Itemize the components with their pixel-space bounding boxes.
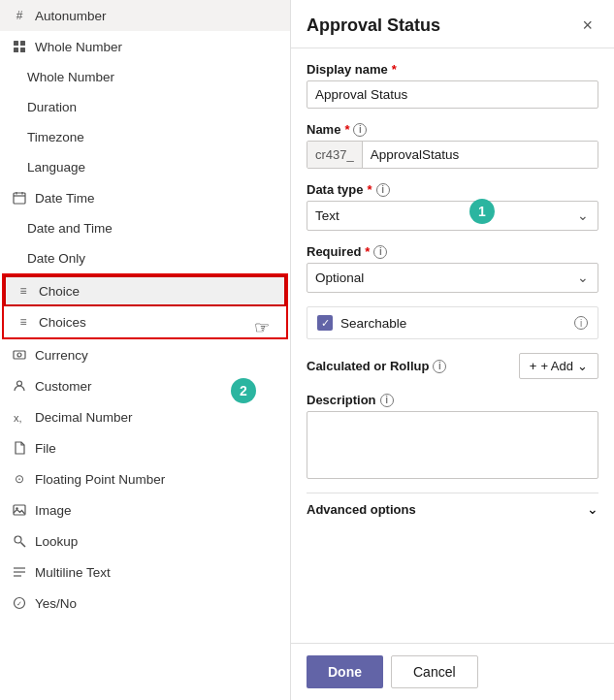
sidebar-item-language[interactable]: Language	[0, 152, 290, 182]
decimal-icon: x,	[12, 409, 27, 425]
advanced-options-row[interactable]: Advanced options ⌄	[307, 493, 598, 525]
footer: Done Cancel	[291, 643, 614, 700]
list-icon-2: ≡	[16, 314, 31, 330]
sidebar-item-file[interactable]: File	[0, 432, 290, 463]
svg-rect-2	[14, 48, 18, 52]
list-icon: ≡	[16, 283, 31, 299]
required-info-icon[interactable]: i	[373, 245, 387, 259]
display-name-group: Display name *	[307, 62, 598, 109]
searchable-checkbox[interactable]: ✓	[317, 315, 333, 331]
svg-rect-1	[20, 41, 25, 46]
svg-point-10	[17, 381, 22, 386]
close-button[interactable]: ×	[576, 14, 598, 38]
done-button[interactable]: Done	[307, 655, 383, 688]
sidebar-item-date-and-time[interactable]: Date and Time	[0, 213, 290, 243]
required-star-2: *	[344, 122, 349, 137]
advanced-label: Advanced options	[307, 502, 416, 517]
svg-line-15	[21, 543, 26, 548]
required-star-4: *	[365, 244, 370, 259]
plus-icon: +	[530, 359, 537, 373]
calendar-icon	[12, 190, 27, 206]
sidebar-item-multiline[interactable]: Multiline Text	[0, 557, 290, 588]
display-name-input[interactable]	[307, 80, 598, 109]
sidebar-item-autonumber[interactable]: # Autonumber	[0, 0, 290, 31]
svg-rect-0	[14, 41, 18, 46]
sidebar-item-datetime-header[interactable]: Date Time	[0, 182, 290, 213]
yesno-icon: ✓	[12, 595, 27, 611]
image-icon	[12, 502, 27, 518]
required-star-1: *	[392, 62, 397, 77]
svg-rect-3	[20, 48, 25, 52]
currency-icon	[12, 347, 27, 363]
searchable-row: ✓ Searchable i	[307, 306, 598, 339]
person-icon	[12, 378, 27, 394]
required-select-wrapper: Optional Required	[307, 263, 598, 293]
cancel-button[interactable]: Cancel	[391, 655, 478, 688]
name-group: Name * i cr437_	[307, 122, 598, 169]
name-input[interactable]	[363, 142, 598, 168]
badge-2: 2	[231, 378, 256, 403]
file-icon	[12, 440, 27, 456]
chevron-down-icon: ⌄	[577, 359, 588, 373]
name-input-group: cr437_	[307, 141, 598, 169]
sidebar-item-choices[interactable]: ≡ Choices	[4, 306, 286, 337]
choice-group: ≡ Choice ≡ Choices	[2, 273, 288, 339]
sidebar-item-timezone[interactable]: Timezone	[0, 122, 290, 152]
description-group: Description i	[307, 393, 598, 479]
name-prefix: cr437_	[307, 142, 363, 168]
required-group: Required * i Optional Required	[307, 244, 598, 293]
advanced-chevron-icon: ⌄	[587, 501, 598, 517]
left-panel: # Autonumber Whole Number Whole Number D…	[0, 0, 291, 700]
badge-1: 1	[469, 199, 495, 224]
sidebar-item-date-only[interactable]: Date Only	[0, 243, 290, 273]
svg-rect-12	[14, 505, 25, 515]
svg-point-9	[17, 353, 21, 357]
svg-text:✓: ✓	[16, 600, 22, 607]
data-type-select[interactable]: Text	[307, 201, 598, 231]
searchable-info-icon[interactable]: i	[574, 316, 588, 330]
float-icon: ⊙	[12, 471, 27, 487]
required-star-3: *	[368, 182, 372, 197]
calc-label: Calculated or Rollup i	[307, 359, 446, 373]
name-label: Name * i	[307, 122, 598, 137]
lookup-icon	[12, 533, 27, 549]
svg-text:x,: x,	[14, 412, 22, 424]
sidebar-item-whole-number-sub[interactable]: Whole Number	[0, 62, 290, 92]
sidebar-item-choice[interactable]: ≡ Choice	[4, 275, 286, 306]
multiline-icon	[12, 564, 27, 580]
grid-icon	[12, 39, 27, 54]
required-label: Required * i	[307, 244, 598, 259]
description-label: Description i	[307, 393, 598, 407]
svg-point-14	[15, 536, 21, 543]
description-textarea[interactable]	[307, 411, 598, 479]
panel-header: Approval Status ×	[291, 0, 614, 48]
calc-row: Calculated or Rollup i + + Add ⌄	[307, 353, 598, 379]
sidebar-item-yesno[interactable]: ✓ Yes/No	[0, 588, 290, 619]
panel-title: Approval Status	[307, 16, 440, 36]
add-button[interactable]: + + Add ⌄	[519, 353, 598, 379]
datatype-info-icon[interactable]: i	[376, 183, 390, 197]
data-type-select-wrapper: Text	[307, 201, 598, 231]
sidebar-item-image[interactable]: Image	[0, 494, 290, 525]
sidebar-item-decimal[interactable]: x, Decimal Number	[0, 401, 290, 432]
svg-rect-8	[14, 351, 25, 359]
sidebar-item-duration[interactable]: Duration	[0, 92, 290, 122]
form-body: Display name * Name * i cr437_ Data type…	[291, 48, 614, 643]
svg-rect-4	[14, 193, 25, 204]
searchable-label: Searchable	[340, 316, 566, 331]
data-type-group: Data type * i Text	[307, 182, 598, 231]
display-name-label: Display name *	[307, 62, 598, 77]
data-type-label: Data type * i	[307, 182, 598, 197]
autonumber-icon: #	[12, 8, 27, 23]
required-select[interactable]: Optional Required	[307, 263, 598, 293]
sidebar-item-currency[interactable]: Currency	[0, 339, 290, 370]
sidebar-item-lookup[interactable]: Lookup	[0, 525, 290, 557]
sidebar-item-floating-point[interactable]: ⊙ Floating Point Number	[0, 463, 290, 494]
desc-info-icon[interactable]: i	[380, 394, 394, 407]
right-panel: Approval Status × Display name * Name * …	[291, 0, 614, 700]
calc-info-icon[interactable]: i	[433, 360, 446, 373]
sidebar-item-whole-number-header[interactable]: Whole Number	[0, 31, 290, 62]
name-info-icon[interactable]: i	[353, 123, 367, 137]
